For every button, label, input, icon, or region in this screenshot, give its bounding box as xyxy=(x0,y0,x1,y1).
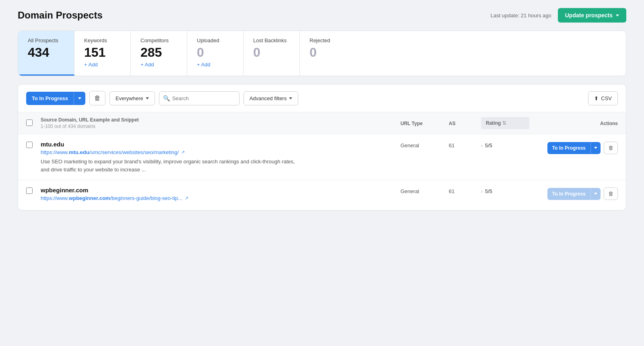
trash-icon: 🗑 xyxy=(94,95,101,102)
domain-url-0: https://www.mtu.edu/umc/services/website… xyxy=(41,149,400,155)
select-all-checkbox[interactable] xyxy=(26,119,33,126)
row-urltype-1: General xyxy=(400,187,449,194)
chevron-down-icon xyxy=(78,97,81,99)
trash-icon: 🗑 xyxy=(608,191,613,197)
stat-label-lost: Lost Backlinks xyxy=(253,37,290,43)
action-main-button-0[interactable]: To In Progress xyxy=(547,142,590,154)
external-link-icon-1: ↗ xyxy=(185,196,188,201)
to-in-progress-button[interactable]: To In Progress xyxy=(26,92,74,105)
chevron-down-icon xyxy=(146,97,149,99)
th-actions-label: Actions xyxy=(600,121,618,126)
row-select-checkbox-1[interactable] xyxy=(26,187,33,194)
stat-value-competitors: 285 xyxy=(140,46,177,59)
to-in-progress-caret-button[interactable] xyxy=(74,92,85,105)
action-caret-button-0[interactable] xyxy=(590,142,601,154)
row-rating-1: › 5/5 xyxy=(481,187,529,194)
table-header: Source Domain, URL Example and Snippet 1… xyxy=(18,112,626,134)
stat-label-all: All Prospects xyxy=(28,37,64,43)
row-checkbox-0 xyxy=(26,141,41,149)
stat-value-keywords: 151 xyxy=(84,46,121,59)
search-icon: 🔍 xyxy=(163,95,170,101)
stats-row: All Prospects 434 Keywords 151 + Add Com… xyxy=(18,31,626,76)
upload-icon: ⬆ xyxy=(594,95,599,101)
external-link-icon-0: ↗ xyxy=(181,150,185,155)
everywhere-dropdown[interactable]: Everywhere xyxy=(109,91,155,105)
update-prospects-button[interactable]: Update prospects xyxy=(558,8,626,23)
table-body: mtu.edu https://www.mtu.edu/umc/services… xyxy=(18,134,626,210)
domain-count-info: 1-100 out of 434 domains xyxy=(41,124,400,129)
stat-card-uploaded[interactable]: Uploaded 0 + Add xyxy=(187,31,244,76)
export-csv-button[interactable]: ⬆ CSV xyxy=(588,91,618,105)
th-rating-sortable[interactable]: Rating ⇅ xyxy=(481,117,529,129)
domain-url-link-0[interactable]: https://www.mtu.edu/umc/services/website… xyxy=(41,149,179,155)
row-select-checkbox-0[interactable] xyxy=(26,142,33,148)
row-rating-0: › 5/5 xyxy=(481,141,529,148)
stat-label-uploaded: Uploaded xyxy=(197,37,233,43)
chevron-down-icon xyxy=(594,147,597,149)
action-split-button-1: To In Progress xyxy=(547,188,601,200)
update-btn-label: Update prospects xyxy=(565,12,613,19)
stat-value-lost: 0 xyxy=(253,46,290,59)
add-link-uploaded[interactable]: + Add xyxy=(197,62,211,68)
trash-icon: 🗑 xyxy=(608,145,613,151)
stat-label-rejected: Rejected xyxy=(310,37,347,43)
advanced-filters-button[interactable]: Advanced filters xyxy=(244,91,299,105)
stat-label-competitors: Competitors xyxy=(140,37,177,43)
add-link-competitors[interactable]: + Add xyxy=(140,62,154,68)
search-input[interactable] xyxy=(159,91,239,105)
row-checkbox-1 xyxy=(26,187,41,195)
chevron-down-icon xyxy=(616,14,619,16)
stat-value-rejected: 0 xyxy=(310,46,347,59)
row-delete-button-1[interactable]: 🗑 xyxy=(604,187,618,200)
header-right: Last update: 21 hours ago Update prospec… xyxy=(491,8,626,23)
stat-value-all: 434 xyxy=(28,46,64,59)
stat-card-all[interactable]: All Prospects 434 xyxy=(18,31,74,76)
bulk-delete-button[interactable]: 🗑 xyxy=(89,91,105,105)
stat-card-rejected[interactable]: Rejected 0 xyxy=(300,31,356,76)
row-domain-0: mtu.edu https://www.mtu.edu/umc/services… xyxy=(41,141,400,173)
rating-value-1: 5/5 xyxy=(485,188,492,194)
domain-name-0: mtu.edu xyxy=(41,141,400,148)
add-link-keywords[interactable]: + Add xyxy=(84,62,98,68)
page-title: Domain Prospects xyxy=(18,10,103,21)
row-delete-button-0[interactable]: 🗑 xyxy=(604,142,618,154)
domain-url-1: https://www.wpbeginner.com/beginners-gui… xyxy=(41,195,400,201)
rating-value-0: 5/5 xyxy=(485,142,492,148)
th-checkbox xyxy=(26,119,41,127)
th-as-label: AS xyxy=(449,121,456,126)
row-actions-1: To In Progress 🗑 xyxy=(529,187,618,200)
last-update-label: Last update: 21 hours ago xyxy=(491,12,551,19)
th-domain-label: Source Domain, URL Example and Snippet xyxy=(41,117,400,123)
row-domain-1: wpbeginner.com https://www.wpbeginner.co… xyxy=(41,187,400,204)
stat-value-uploaded: 0 xyxy=(197,46,233,59)
to-in-progress-split-button: To In Progress xyxy=(26,92,85,105)
chevron-down-icon xyxy=(289,97,292,99)
page-header: Domain Prospects Last update: 21 hours a… xyxy=(18,8,626,23)
table-row: mtu.edu https://www.mtu.edu/umc/services… xyxy=(18,134,626,180)
domain-snippet-0: Use SEO marketing to expand your brand's… xyxy=(41,158,298,173)
domain-url-link-1[interactable]: https://www.wpbeginner.com/beginners-gui… xyxy=(41,195,182,201)
row-as-0: 61 xyxy=(449,141,481,148)
rating-chevron-icon-1: › xyxy=(481,189,483,194)
th-rating-label: Rating xyxy=(486,120,501,126)
row-actions-0: To In Progress 🗑 xyxy=(529,141,618,154)
action-main-button-1[interactable]: To In Progress xyxy=(547,188,590,200)
table-row: wpbeginner.com https://www.wpbeginner.co… xyxy=(18,180,626,210)
chevron-down-icon xyxy=(594,193,597,195)
action-split-button-0: To In Progress xyxy=(547,142,601,154)
action-caret-button-1[interactable] xyxy=(590,188,601,200)
stat-card-keywords[interactable]: Keywords 151 + Add xyxy=(74,31,131,76)
th-urltype-label: URL Type xyxy=(400,121,423,126)
row-as-1: 61 xyxy=(449,187,481,194)
rating-chevron-icon-0: › xyxy=(481,143,483,148)
sort-icon: ⇅ xyxy=(502,120,506,126)
stat-card-competitors[interactable]: Competitors 285 + Add xyxy=(131,31,187,76)
stat-label-keywords: Keywords xyxy=(84,37,121,43)
row-urltype-0: General xyxy=(400,141,449,148)
search-wrapper: 🔍 xyxy=(159,91,239,105)
domain-name-1: wpbeginner.com xyxy=(41,187,400,194)
stat-card-lost[interactable]: Lost Backlinks 0 xyxy=(244,31,300,76)
main-card: To In Progress 🗑 Everywhere 🔍 Advanced f… xyxy=(18,84,626,210)
toolbar: To In Progress 🗑 Everywhere 🔍 Advanced f… xyxy=(18,84,626,112)
